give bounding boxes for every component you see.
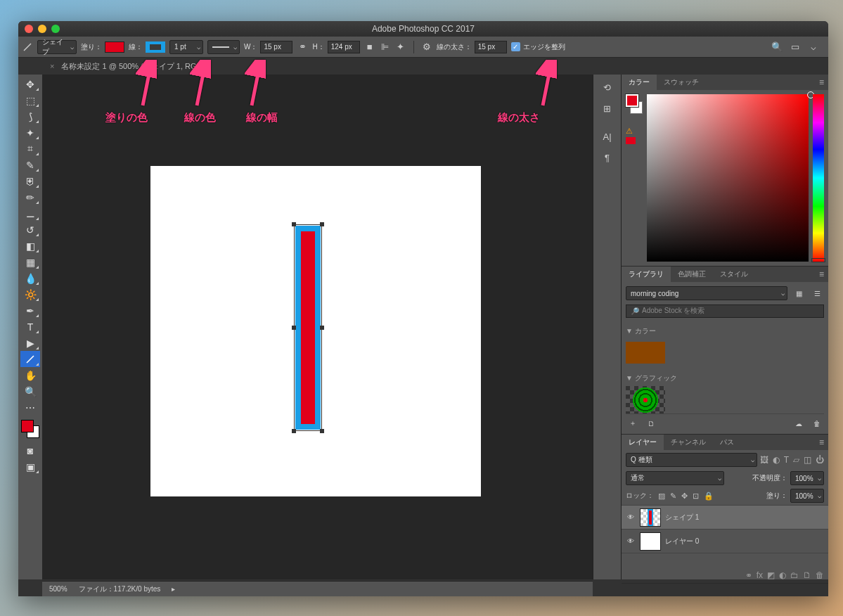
layer-row[interactable]: 👁 レイヤー 0 bbox=[622, 530, 828, 553]
lock-pos-icon[interactable]: ✥ bbox=[681, 492, 688, 501]
file-info[interactable]: ファイル：117.2K/0 bytes bbox=[79, 584, 161, 594]
workspace-icon[interactable]: ▭ bbox=[790, 41, 801, 53]
gamut-warning-icon[interactable]: ⚠ bbox=[626, 127, 636, 135]
wand-tool[interactable]: ✦ bbox=[20, 124, 40, 141]
lib-section-graphic[interactable]: ▼ グラフィック bbox=[626, 373, 824, 383]
type-tool[interactable]: T bbox=[20, 319, 40, 335]
move-tool[interactable]: ✥ bbox=[20, 76, 40, 92]
search-icon[interactable]: 🔍 bbox=[771, 41, 783, 53]
tab-color[interactable]: カラー bbox=[622, 75, 657, 90]
tab-swatches[interactable]: スウォッチ bbox=[657, 75, 706, 90]
line-tool[interactable] bbox=[20, 351, 40, 367]
visibility-icon[interactable]: 👁 bbox=[626, 537, 636, 545]
layer-filter-select[interactable]: Q 種類 bbox=[626, 453, 757, 467]
screen-mode[interactable]: ▣ bbox=[20, 458, 40, 475]
tab-styles[interactable]: スタイル bbox=[713, 267, 755, 282]
paragraph-icon[interactable]: ¶ bbox=[598, 149, 617, 166]
healing-tool[interactable]: ⛨ bbox=[20, 173, 40, 189]
history-icon[interactable]: ⟲ bbox=[598, 79, 617, 96]
thickness-input[interactable] bbox=[475, 41, 507, 53]
brush-tool[interactable]: ✏ bbox=[20, 189, 40, 205]
path-select-tool[interactable]: ▶ bbox=[20, 335, 40, 351]
link-layers-icon[interactable]: ⚭ bbox=[745, 570, 752, 580]
dodge-tool[interactable]: 🔆 bbox=[20, 286, 40, 302]
opacity-select[interactable]: 100% bbox=[790, 471, 824, 485]
fill-swatch[interactable] bbox=[105, 41, 124, 53]
align-edges-checkbox[interactable]: ✓ bbox=[511, 42, 520, 51]
tab-channels[interactable]: チャンネル bbox=[664, 435, 713, 450]
path-op-icon[interactable]: ■ bbox=[364, 41, 375, 53]
cloud-icon[interactable]: ☁ bbox=[792, 417, 806, 430]
line-tool-icon[interactable] bbox=[22, 41, 33, 53]
new-layer-icon[interactable]: 🗋 bbox=[803, 570, 811, 580]
delete-icon[interactable]: 🗑 bbox=[816, 570, 824, 580]
hand-tool[interactable]: ✋ bbox=[20, 367, 40, 383]
document-tab[interactable]: ×名称未設定 1 @ 500% (シェイプ 1, RGB/8) bbox=[50, 61, 211, 72]
eraser-tool[interactable]: ◧ bbox=[20, 238, 40, 254]
stamp-tool[interactable]: ⚊ bbox=[20, 205, 40, 222]
gear-icon[interactable]: ⚙ bbox=[421, 41, 432, 53]
lasso-tool[interactable]: ⟆ bbox=[20, 108, 40, 124]
crop-tool[interactable]: ⌗ bbox=[20, 141, 40, 157]
group-icon[interactable]: 🗀 bbox=[790, 570, 799, 580]
lock-pixels-icon[interactable]: ▨ bbox=[658, 492, 665, 501]
stroke-width-select[interactable]: 1 pt bbox=[169, 40, 203, 54]
tab-adjustments[interactable]: 色調補正 bbox=[671, 267, 713, 282]
panel-menu-icon[interactable]: ≡ bbox=[815, 269, 828, 279]
gamut-color[interactable] bbox=[626, 137, 636, 144]
history-brush-tool[interactable]: ↺ bbox=[20, 222, 40, 238]
filter-image-icon[interactable]: 🖼 bbox=[760, 455, 768, 465]
tab-libraries[interactable]: ライブラリ bbox=[622, 267, 671, 282]
filter-toggle[interactable]: ⏻ bbox=[816, 455, 824, 465]
fill-opacity-select[interactable]: 100% bbox=[790, 489, 824, 503]
lib-section-color[interactable]: ▼ カラー bbox=[626, 326, 824, 336]
trash-icon[interactable]: 🗑 bbox=[810, 417, 824, 430]
shape-selection[interactable] bbox=[294, 224, 322, 431]
filter-smart-icon[interactable]: ◫ bbox=[804, 455, 811, 465]
eyedropper-tool[interactable]: ✎ bbox=[20, 157, 40, 173]
layer-thumb[interactable] bbox=[640, 532, 661, 551]
arrange-icon[interactable]: ✦ bbox=[395, 41, 406, 53]
lock-artboard-icon[interactable]: ⊡ bbox=[693, 492, 699, 501]
properties-icon[interactable]: ⊞ bbox=[598, 100, 617, 117]
character-icon[interactable]: A| bbox=[598, 128, 617, 145]
list-view-icon[interactable]: ☰ bbox=[810, 287, 824, 300]
filter-adjust-icon[interactable]: ◐ bbox=[773, 455, 780, 465]
more-tools[interactable]: ⋯ bbox=[20, 399, 40, 416]
tab-paths[interactable]: パス bbox=[713, 435, 741, 450]
link-icon[interactable]: ⚭ bbox=[297, 41, 308, 53]
tab-layers[interactable]: レイヤー bbox=[622, 435, 664, 450]
filter-shape-icon[interactable]: ▱ bbox=[793, 455, 799, 465]
height-input[interactable] bbox=[328, 41, 360, 53]
stock-icon[interactable]: 🗋 bbox=[644, 417, 658, 430]
blur-tool[interactable]: 💧 bbox=[20, 270, 40, 286]
zoom-tool[interactable]: 🔍 bbox=[20, 383, 40, 399]
gradient-tool[interactable]: ▦ bbox=[20, 254, 40, 270]
library-graphic-item[interactable] bbox=[626, 386, 665, 413]
library-color-swatch[interactable] bbox=[626, 342, 665, 364]
blend-mode-select[interactable]: 通常 bbox=[626, 471, 724, 485]
quick-mask[interactable]: ◙ bbox=[20, 442, 40, 458]
lock-all-icon[interactable]: 🔒 bbox=[704, 492, 714, 501]
add-icon[interactable]: ＋ bbox=[626, 417, 640, 430]
grid-view-icon[interactable]: ▦ bbox=[792, 287, 806, 300]
layer-thumb[interactable] bbox=[640, 508, 661, 527]
library-select[interactable]: morning coding bbox=[626, 286, 787, 300]
library-search[interactable]: 🔎 Adobe Stock を検索 bbox=[626, 304, 824, 318]
color-picker[interactable] bbox=[647, 94, 809, 262]
hue-slider[interactable] bbox=[813, 94, 824, 262]
zoom-level[interactable]: 500% bbox=[49, 585, 67, 593]
stroke-style-select[interactable] bbox=[207, 40, 240, 54]
chevron-down-icon[interactable]: ⌵ bbox=[808, 41, 819, 53]
width-input[interactable] bbox=[260, 41, 292, 53]
layer-row[interactable]: 👁 シェイプ 1 bbox=[622, 506, 828, 530]
adjustment-icon[interactable]: ◐ bbox=[779, 570, 786, 580]
tab-close-icon[interactable]: × bbox=[50, 62, 54, 70]
pen-tool[interactable]: ✒ bbox=[20, 302, 40, 319]
status-arrow-icon[interactable]: ▸ bbox=[172, 585, 175, 593]
stroke-swatch[interactable] bbox=[146, 41, 165, 53]
lock-paint-icon[interactable]: ✎ bbox=[670, 492, 676, 501]
tool-mode-select[interactable]: シェイプ bbox=[37, 40, 77, 54]
visibility-icon[interactable]: 👁 bbox=[626, 513, 636, 521]
filter-type-icon[interactable]: T bbox=[784, 455, 789, 465]
